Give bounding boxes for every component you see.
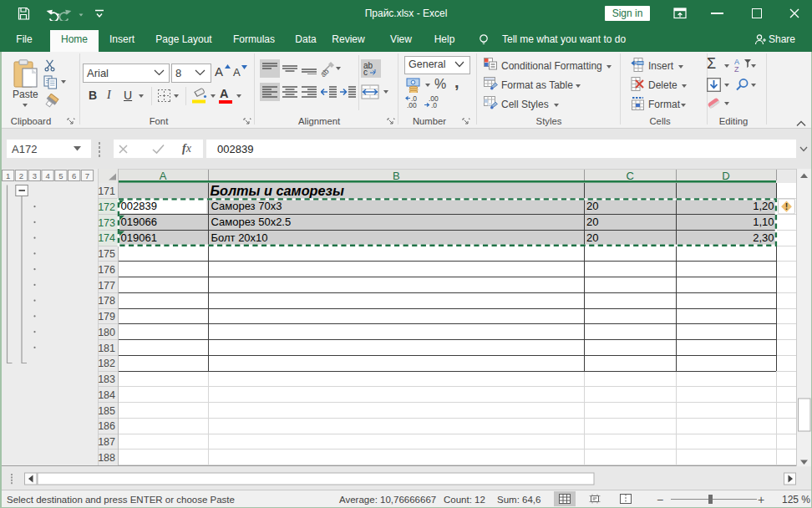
svg-text:178: 178 [98,295,115,307]
svg-text:188: 188 [98,452,115,464]
svg-text:5: 5 [58,171,63,180]
svg-text:4: 4 [45,171,49,180]
svg-text:20: 20 [586,231,598,244]
svg-text:184: 184 [98,389,115,401]
svg-text:Z: Z [734,65,739,73]
svg-text:c: c [363,68,368,76]
svg-text:174: 174 [98,232,115,244]
svg-text:ab: ab [320,67,331,77]
svg-text:!: ! [785,201,789,211]
svg-text:002839: 002839 [121,200,157,212]
svg-text:173: 173 [98,217,115,229]
svg-text:Саморез 50х2.5: Саморез 50х2.5 [211,216,292,228]
svg-text:172: 172 [98,201,115,213]
svg-text:D: D [722,170,729,182]
svg-text:Саморез 70х3: Саморез 70х3 [211,200,282,212]
svg-text:019066: 019066 [121,216,157,228]
svg-text:176: 176 [98,264,115,276]
svg-text:.00: .00 [407,101,417,109]
svg-text:7: 7 [85,171,89,180]
svg-text:Болты и саморезы: Болты и саморезы [211,183,344,198]
svg-text:2: 2 [19,171,23,180]
svg-text:186: 186 [98,420,115,432]
svg-text:179: 179 [98,311,115,323]
svg-text:177: 177 [98,280,115,292]
svg-text:019061: 019061 [121,231,157,244]
svg-text:6: 6 [72,171,76,180]
svg-text:3: 3 [33,171,37,180]
svg-text:182: 182 [98,358,115,369]
svg-text:A: A [160,170,167,182]
svg-text:181: 181 [98,343,115,354]
svg-text:171: 171 [98,185,115,197]
svg-text:B: B [393,170,400,182]
svg-text:1,10: 1,10 [753,216,774,228]
svg-text:20: 20 [586,216,598,228]
svg-text:180: 180 [98,327,115,338]
svg-text:175: 175 [98,248,115,260]
svg-text:20: 20 [586,200,598,212]
svg-text:187: 187 [98,436,115,448]
svg-text:1: 1 [6,171,10,180]
svg-text:Болт 20х10: Болт 20х10 [211,231,268,244]
svg-text:185: 185 [98,405,115,417]
svg-text:2,30: 2,30 [753,231,774,244]
svg-text:.0: .0 [431,101,437,109]
svg-text:C: C [627,170,634,182]
svg-text:1,20: 1,20 [753,200,774,212]
svg-text:183: 183 [98,373,115,385]
